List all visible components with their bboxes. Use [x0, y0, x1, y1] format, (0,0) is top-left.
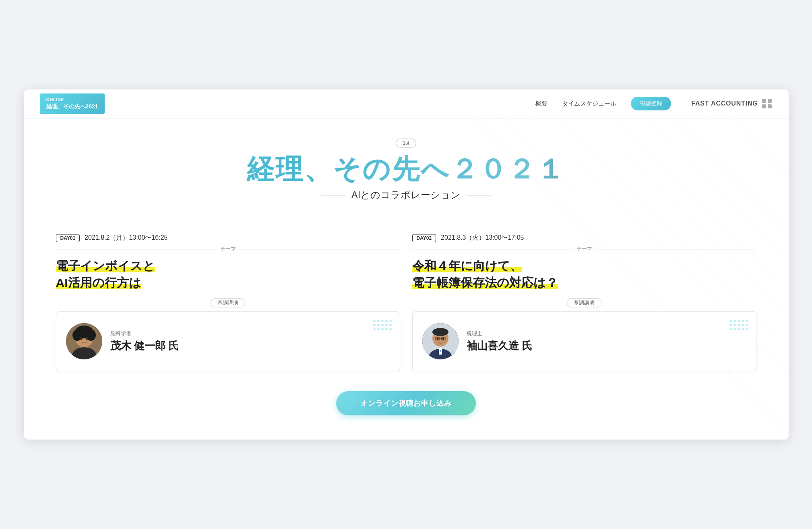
day2-date: 2021.8.3（火）13:00〜17:05 — [441, 234, 524, 242]
hero-section: 1st 経理、その先へ２０２１ AIとのコラボレーション — [56, 131, 756, 222]
day1-speaker-avatar — [66, 323, 102, 359]
hero-subtitle: AIとのコラボレーション — [56, 189, 756, 201]
day2-dots-decoration — [729, 320, 748, 330]
day2-divider: テーマ — [412, 245, 756, 253]
subtitle-text: AIとのコラボレーション — [351, 189, 461, 201]
cta-section: オンライン視聴お申し込み — [56, 391, 756, 415]
subtitle-line-right — [467, 195, 491, 195]
day1-divider: テーマ — [56, 245, 400, 253]
day2-badge: DAY02 — [412, 234, 436, 242]
event-badge: ONLINE 経理、その先へ2021 — [40, 93, 105, 114]
svg-rect-3 — [768, 104, 772, 108]
day2-header: DAY02 2021.8.3（火）13:00〜17:05 — [412, 234, 756, 242]
day2-speaker-avatar — [422, 323, 459, 359]
day1-dots-decoration — [373, 320, 392, 330]
day1-speaker-info: 脳科学者 茂木 健一郎 氏 — [110, 330, 390, 353]
day1-speaker-role: 脳科学者 — [110, 330, 390, 337]
svg-rect-2 — [762, 104, 766, 108]
day2-theme-label: テーマ — [576, 245, 592, 253]
svg-point-22 — [80, 337, 83, 340]
day1-avatar-image — [66, 323, 102, 359]
header: ONLINE 経理、その先へ2021 概要 タイムスケジュール 視聴登録 FAS… — [24, 89, 789, 118]
svg-point-33 — [436, 338, 438, 340]
day1-header: DAY01 2021.8.2（月）13:00〜16:25 — [56, 234, 400, 242]
svg-point-34 — [442, 338, 444, 340]
nav-overview[interactable]: 概要 — [535, 100, 548, 108]
day1-speaker-card: 脳科学者 茂木 健一郎 氏 — [56, 311, 400, 371]
page-container: ONLINE 経理、その先へ2021 概要 タイムスケジュール 視聴登録 FAS… — [24, 89, 789, 440]
hero-title: 経理、その先へ２０２１ — [56, 154, 756, 184]
day1-date: 2021.8.2（月）13:00〜16:25 — [85, 234, 167, 242]
day2-speaker-section-label: 基調講演 — [412, 299, 756, 307]
days-container: DAY01 2021.8.2（月）13:00〜16:25 テーマ 電子インボイス… — [56, 234, 756, 371]
badge-main: 経理、その先へ2021 — [46, 103, 98, 111]
day1-theme-text: 電子インボイスとAI活用の行方は — [56, 259, 155, 289]
svg-line-13 — [760, 118, 789, 147]
header-nav: 概要 タイムスケジュール 視聴登録 — [535, 97, 671, 110]
day1-theme: 電子インボイスとAI活用の行方は — [56, 257, 400, 291]
day1-theme-label: テーマ — [220, 245, 236, 253]
nav-register[interactable]: 視聴登録 — [631, 97, 671, 110]
brand-name: FAST ACCOUNTING — [691, 100, 758, 107]
header-brand: FAST ACCOUNTING — [691, 98, 772, 109]
subtitle-line-left — [321, 195, 345, 195]
hero-badge: 1st — [396, 139, 416, 147]
brand-icon — [761, 98, 773, 109]
day1-speaker-name: 茂木 健一郎 氏 — [110, 339, 390, 353]
day2-speaker-name: 袖山喜久造 氏 — [467, 339, 746, 353]
day2-avatar-image — [422, 323, 459, 359]
day1-block: DAY01 2021.8.2（月）13:00〜16:25 テーマ 電子インボイス… — [56, 234, 400, 371]
svg-rect-1 — [768, 99, 772, 103]
day2-speaker-info: 税理士 袖山喜久造 氏 — [467, 330, 746, 353]
day2-theme-text: 令和４年に向けて、電子帳簿保存法の対応は？ — [412, 259, 558, 289]
nav-schedule[interactable]: タイムスケジュール — [562, 100, 616, 108]
svg-rect-0 — [762, 99, 766, 103]
main-content: 1st 経理、その先へ２０２１ AIとのコラボレーション DAY01 2021.… — [24, 118, 789, 440]
day2-speaker-card: 税理士 袖山喜久造 氏 — [412, 311, 756, 371]
badge-top: ONLINE — [46, 97, 98, 103]
svg-point-29 — [432, 328, 448, 336]
day2-speaker-role: 税理士 — [467, 330, 746, 337]
day1-badge: DAY01 — [56, 234, 80, 242]
cta-button[interactable]: オンライン視聴お申し込み — [336, 391, 476, 415]
day2-block: DAY02 2021.8.3（火）13:00〜17:05 テーマ 令和４年に向け… — [412, 234, 756, 371]
svg-point-23 — [86, 337, 88, 340]
day1-speaker-section-label: 基調講演 — [56, 299, 400, 307]
day2-theme: 令和４年に向けて、電子帳簿保存法の対応は？ — [412, 257, 756, 291]
